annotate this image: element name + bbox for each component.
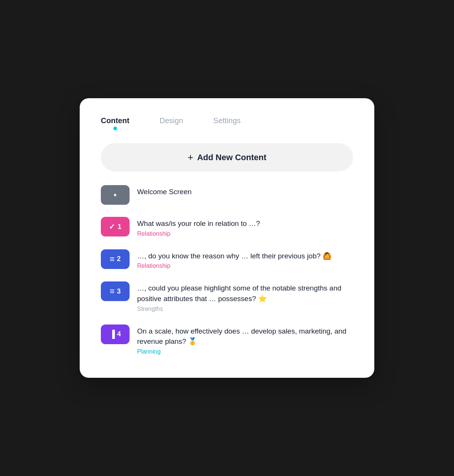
item-category-q4: Planning	[137, 348, 353, 355]
tab-design[interactable]: Design	[160, 116, 183, 130]
badge-num-q2: 2	[117, 255, 120, 263]
item-title-q2: …, do you know the reason why … left the…	[137, 251, 332, 261]
badge-num-q3: 3	[117, 287, 120, 295]
item-text-q2: …, do you know the reason why … left the…	[137, 249, 332, 270]
item-badge-q4: 4	[101, 325, 130, 344]
tab-settings[interactable]: Settings	[213, 116, 241, 130]
tab-content[interactable]: Content	[101, 116, 130, 130]
item-text-welcome: Welcome Screen	[137, 185, 191, 197]
item-badge-q2: 2	[101, 249, 130, 269]
tab-settings-label: Settings	[213, 116, 241, 125]
item-title-q4: On a scale, how effectively does … devel…	[137, 326, 353, 347]
list-item[interactable]: Welcome Screen	[101, 185, 353, 205]
item-text-q1: What was/is your role in relation to …? …	[137, 217, 260, 237]
image-icon	[114, 190, 117, 200]
item-title-q3: …, could you please highlight some of th…	[137, 283, 353, 304]
bar-icon	[110, 330, 115, 338]
tab-active-indicator	[113, 127, 117, 130]
tab-content-label: Content	[101, 116, 130, 125]
item-text-q4: On a scale, how effectively does … devel…	[137, 325, 353, 355]
lines-icon	[110, 286, 115, 296]
badge-num-q4: 4	[117, 330, 121, 338]
list-item[interactable]: 4 On a scale, how effectively does … dev…	[101, 325, 353, 355]
item-badge-q1: 1	[101, 217, 130, 236]
tabs-container: Content Design Settings	[101, 116, 353, 130]
content-list: Welcome Screen 1 What was/is your role i…	[101, 185, 353, 355]
item-badge-welcome	[101, 185, 130, 205]
item-badge-q3: 3	[101, 281, 130, 301]
badge-num-q1: 1	[117, 223, 121, 231]
main-card: Content Design Settings + Add New Conten…	[80, 98, 374, 377]
item-text-q3: …, could you please highlight some of th…	[137, 281, 353, 312]
add-new-content-button[interactable]: + Add New Content	[101, 143, 353, 172]
list-item[interactable]: 1 What was/is your role in relation to ……	[101, 217, 353, 237]
item-category-q2: Relationship	[137, 263, 332, 269]
lines-icon	[110, 254, 115, 264]
item-title-q1: What was/is your role in relation to …?	[137, 218, 260, 229]
item-category-q1: Relationship	[137, 230, 260, 237]
list-item[interactable]: 3 …, could you please highlight some of …	[101, 281, 353, 312]
list-item[interactable]: 2 …, do you know the reason why … left t…	[101, 249, 353, 270]
add-new-content-label: Add New Content	[197, 153, 266, 162]
tab-design-label: Design	[160, 116, 183, 125]
plus-icon: +	[188, 151, 193, 163]
item-title-welcome: Welcome Screen	[137, 187, 191, 197]
check-icon	[109, 222, 115, 231]
item-category-q3: Strengths	[137, 306, 353, 312]
